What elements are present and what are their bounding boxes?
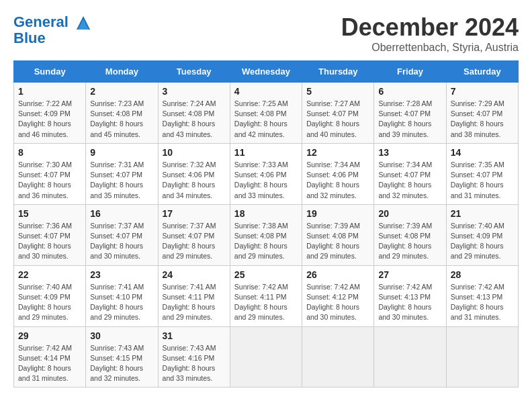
calendar-cell: 12Sunrise: 7:34 AM Sunset: 4:06 PM Dayli…: [302, 143, 374, 204]
day-detail: Sunrise: 7:42 AM Sunset: 4:13 PM Dayligh…: [451, 282, 514, 323]
calendar-cell: [302, 326, 374, 387]
weekday-header-monday: Monday: [86, 61, 158, 83]
weekday-header-tuesday: Tuesday: [158, 61, 230, 83]
day-number: 8: [18, 147, 81, 158]
day-number: 26: [306, 269, 369, 280]
day-detail: Sunrise: 7:38 AM Sunset: 4:08 PM Dayligh…: [234, 221, 298, 262]
calendar-cell: 2Sunrise: 7:23 AM Sunset: 4:08 PM Daylig…: [86, 83, 158, 144]
calendar-cell: 17Sunrise: 7:37 AM Sunset: 4:07 PM Dayli…: [158, 204, 230, 265]
day-detail: Sunrise: 7:40 AM Sunset: 4:09 PM Dayligh…: [18, 282, 81, 323]
day-detail: Sunrise: 7:30 AM Sunset: 4:07 PM Dayligh…: [18, 160, 81, 201]
day-detail: Sunrise: 7:42 AM Sunset: 4:11 PM Dayligh…: [234, 282, 298, 323]
calendar-cell: 26Sunrise: 7:42 AM Sunset: 4:12 PM Dayli…: [302, 265, 374, 326]
calendar-cell: 19Sunrise: 7:39 AM Sunset: 4:08 PM Dayli…: [302, 204, 374, 265]
calendar-cell: 23Sunrise: 7:41 AM Sunset: 4:10 PM Dayli…: [86, 265, 158, 326]
day-detail: Sunrise: 7:31 AM Sunset: 4:07 PM Dayligh…: [90, 160, 153, 201]
day-number: 9: [90, 147, 153, 158]
calendar-cell: 31Sunrise: 7:43 AM Sunset: 4:16 PM Dayli…: [158, 326, 230, 387]
week-row-4: 22Sunrise: 7:40 AM Sunset: 4:09 PM Dayli…: [14, 265, 519, 326]
calendar-cell: [230, 326, 302, 387]
day-detail: Sunrise: 7:28 AM Sunset: 4:07 PM Dayligh…: [378, 99, 441, 140]
weekday-header-friday: Friday: [374, 61, 446, 83]
day-detail: Sunrise: 7:24 AM Sunset: 4:08 PM Dayligh…: [163, 99, 226, 140]
calendar-cell: 25Sunrise: 7:42 AM Sunset: 4:11 PM Dayli…: [230, 265, 302, 326]
day-number: 4: [234, 86, 298, 97]
title-block: December 2024 Oberrettenbach, Styria, Au…: [341, 13, 519, 54]
month-title: December 2024: [341, 13, 519, 42]
calendar-cell: 10Sunrise: 7:32 AM Sunset: 4:06 PM Dayli…: [158, 143, 230, 204]
calendar-cell: 8Sunrise: 7:30 AM Sunset: 4:07 PM Daylig…: [14, 143, 86, 204]
calendar-cell: 7Sunrise: 7:29 AM Sunset: 4:07 PM Daylig…: [446, 83, 518, 144]
calendar-table: SundayMondayTuesdayWednesdayThursdayFrid…: [13, 60, 519, 387]
day-number: 14: [451, 147, 514, 158]
day-number: 19: [306, 208, 369, 219]
day-number: 22: [18, 269, 81, 280]
day-detail: Sunrise: 7:25 AM Sunset: 4:08 PM Dayligh…: [234, 99, 298, 140]
calendar-cell: 29Sunrise: 7:42 AM Sunset: 4:14 PM Dayli…: [14, 326, 86, 387]
day-number: 11: [234, 147, 298, 158]
day-detail: Sunrise: 7:37 AM Sunset: 4:07 PM Dayligh…: [163, 221, 226, 262]
day-detail: Sunrise: 7:42 AM Sunset: 4:14 PM Dayligh…: [18, 343, 81, 384]
day-number: 3: [163, 86, 226, 97]
calendar-cell: 4Sunrise: 7:25 AM Sunset: 4:08 PM Daylig…: [230, 83, 302, 144]
day-detail: Sunrise: 7:39 AM Sunset: 4:08 PM Dayligh…: [378, 221, 441, 262]
week-row-3: 15Sunrise: 7:36 AM Sunset: 4:07 PM Dayli…: [14, 204, 519, 265]
day-number: 29: [18, 330, 81, 341]
day-number: 2: [90, 86, 153, 97]
day-number: 13: [378, 147, 441, 158]
day-detail: Sunrise: 7:36 AM Sunset: 4:07 PM Dayligh…: [18, 221, 81, 262]
day-detail: Sunrise: 7:42 AM Sunset: 4:13 PM Dayligh…: [378, 282, 441, 323]
day-number: 17: [163, 208, 226, 219]
calendar-cell: 24Sunrise: 7:41 AM Sunset: 4:11 PM Dayli…: [158, 265, 230, 326]
calendar-cell: 3Sunrise: 7:24 AM Sunset: 4:08 PM Daylig…: [158, 83, 230, 144]
day-detail: Sunrise: 7:43 AM Sunset: 4:16 PM Dayligh…: [163, 343, 226, 384]
day-number: 30: [90, 330, 153, 341]
calendar-cell: 13Sunrise: 7:34 AM Sunset: 4:07 PM Dayli…: [374, 143, 446, 204]
day-number: 7: [451, 86, 514, 97]
calendar-cell: 22Sunrise: 7:40 AM Sunset: 4:09 PM Dayli…: [14, 265, 86, 326]
day-detail: Sunrise: 7:41 AM Sunset: 4:10 PM Dayligh…: [90, 282, 153, 323]
week-row-2: 8Sunrise: 7:30 AM Sunset: 4:07 PM Daylig…: [14, 143, 519, 204]
calendar-cell: [446, 326, 518, 387]
page-header: General Blue December 2024 Oberrettenbac…: [13, 13, 519, 54]
logo: General Blue: [13, 13, 93, 47]
day-detail: Sunrise: 7:27 AM Sunset: 4:07 PM Dayligh…: [306, 99, 369, 140]
day-detail: Sunrise: 7:29 AM Sunset: 4:07 PM Dayligh…: [451, 99, 514, 140]
day-detail: Sunrise: 7:22 AM Sunset: 4:09 PM Dayligh…: [18, 99, 81, 140]
weekday-header-wednesday: Wednesday: [230, 61, 302, 83]
calendar-cell: 28Sunrise: 7:42 AM Sunset: 4:13 PM Dayli…: [446, 265, 518, 326]
day-detail: Sunrise: 7:34 AM Sunset: 4:06 PM Dayligh…: [306, 160, 369, 201]
day-number: 20: [378, 208, 441, 219]
weekday-header-sunday: Sunday: [14, 61, 86, 83]
calendar-cell: 1Sunrise: 7:22 AM Sunset: 4:09 PM Daylig…: [14, 83, 86, 144]
calendar-cell: 5Sunrise: 7:27 AM Sunset: 4:07 PM Daylig…: [302, 83, 374, 144]
day-detail: Sunrise: 7:32 AM Sunset: 4:06 PM Dayligh…: [163, 160, 226, 201]
day-number: 24: [163, 269, 226, 280]
calendar-cell: 21Sunrise: 7:40 AM Sunset: 4:09 PM Dayli…: [446, 204, 518, 265]
location-subtitle: Oberrettenbach, Styria, Austria: [341, 42, 519, 54]
day-detail: Sunrise: 7:37 AM Sunset: 4:07 PM Dayligh…: [90, 221, 153, 262]
day-detail: Sunrise: 7:23 AM Sunset: 4:08 PM Dayligh…: [90, 99, 153, 140]
week-row-5: 29Sunrise: 7:42 AM Sunset: 4:14 PM Dayli…: [14, 326, 519, 387]
calendar-cell: 9Sunrise: 7:31 AM Sunset: 4:07 PM Daylig…: [86, 143, 158, 204]
day-detail: Sunrise: 7:42 AM Sunset: 4:12 PM Dayligh…: [306, 282, 369, 323]
day-detail: Sunrise: 7:40 AM Sunset: 4:09 PM Dayligh…: [451, 221, 514, 262]
calendar-cell: 30Sunrise: 7:43 AM Sunset: 4:15 PM Dayli…: [86, 326, 158, 387]
day-number: 25: [234, 269, 298, 280]
day-number: 16: [90, 208, 153, 219]
calendar-cell: [374, 326, 446, 387]
calendar-cell: 18Sunrise: 7:38 AM Sunset: 4:08 PM Dayli…: [230, 204, 302, 265]
day-detail: Sunrise: 7:39 AM Sunset: 4:08 PM Dayligh…: [306, 221, 369, 262]
day-number: 31: [163, 330, 226, 341]
day-number: 28: [451, 269, 514, 280]
day-number: 23: [90, 269, 153, 280]
weekday-header-thursday: Thursday: [302, 61, 374, 83]
calendar-cell: 14Sunrise: 7:35 AM Sunset: 4:07 PM Dayli…: [446, 143, 518, 204]
calendar-cell: 15Sunrise: 7:36 AM Sunset: 4:07 PM Dayli…: [14, 204, 86, 265]
day-detail: Sunrise: 7:35 AM Sunset: 4:07 PM Dayligh…: [451, 160, 514, 201]
day-number: 6: [378, 86, 441, 97]
calendar-cell: 16Sunrise: 7:37 AM Sunset: 4:07 PM Dayli…: [86, 204, 158, 265]
day-number: 10: [163, 147, 226, 158]
day-detail: Sunrise: 7:33 AM Sunset: 4:06 PM Dayligh…: [234, 160, 298, 201]
weekday-header-row: SundayMondayTuesdayWednesdayThursdayFrid…: [14, 61, 519, 83]
